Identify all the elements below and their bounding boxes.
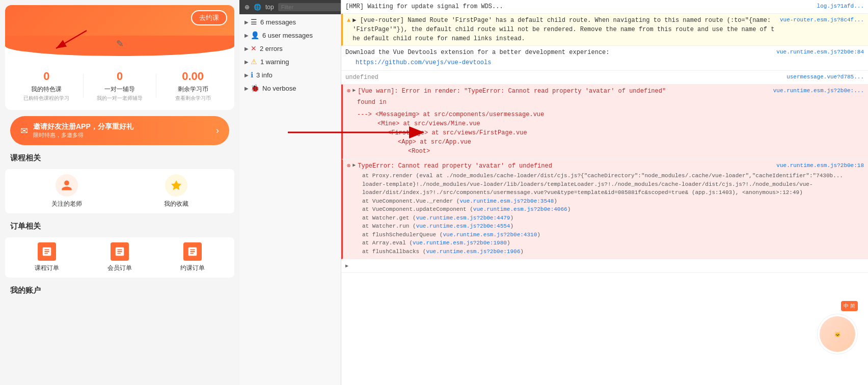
- chevron-right-icon: ›: [216, 125, 219, 136]
- course-icons-row: 关注的老师 我的收藏: [5, 169, 234, 213]
- stat-featured-courses: 0 我的特色课 已购特色课程的学习: [10, 70, 83, 102]
- devtools-link[interactable]: vue.runtime.esm.js?2b0e:84: [776, 48, 864, 57]
- coins-sublabel: 查看剩余学习币: [156, 95, 229, 102]
- flush-callbacks-link[interactable]: vue.runtime.esm.js?2b0e:1906: [426, 249, 520, 255]
- array-eval-link[interactable]: vue.runtime.esm.js?2b0e:1980: [413, 240, 507, 246]
- watcher-run-link[interactable]: vue.runtime.esm.js?2b0e:4554: [416, 223, 510, 229]
- watcher-get-link[interactable]: vue.runtime.esm.js?2b0e:4479: [416, 215, 510, 221]
- all-messages-icon: ☰: [251, 18, 257, 26]
- invite-title: 邀请好友注册APP，分享重好礼: [33, 122, 216, 131]
- coins-label: 剩余学习币: [156, 85, 229, 94]
- component-root: <Root>: [357, 147, 864, 156]
- mobile-app-panel: 去约课 ✎ 0 我的特色课 已购特色课程的学: [0, 0, 239, 385]
- component-firstpage: <FirstPage> at src/views/FirstPage.vue: [357, 128, 864, 138]
- info-label: 3 info: [256, 71, 336, 79]
- flush-scheduler-link[interactable]: vue.runtime.esm.js?2b0e:4310: [443, 232, 537, 238]
- watermark-text: 🐱: [834, 332, 840, 337]
- course-order-item[interactable]: 课程订单: [35, 242, 59, 272]
- entry-header-5: ⊗ ▶ [Vue warn]: Error in render: "TypeEr…: [347, 87, 864, 96]
- undefined-text: undefined: [345, 73, 781, 82]
- user-messages-item[interactable]: ▶ 👤 6 user messages: [239, 29, 341, 42]
- found-in-label: found in: [357, 99, 387, 106]
- bottom-expand-arrow[interactable]: ▶: [345, 263, 348, 269]
- expand-arrow-5[interactable]: ▶: [245, 72, 249, 78]
- expand-arrow[interactable]: ▶: [245, 19, 249, 25]
- tutoring-label: 一对一辅导: [84, 85, 156, 94]
- verbose-item[interactable]: ▶ 🐞 No verbose: [239, 81, 341, 95]
- tutoring-sublabel: 我的一对一老师辅导: [84, 95, 156, 102]
- all-messages-item[interactable]: ▶ ☰ 6 messages: [239, 15, 341, 29]
- favorites-label: 我的收藏: [164, 200, 188, 208]
- vue-router-text: ▶ [vue-router] Named Route 'FirstPage' h…: [352, 16, 775, 43]
- featured-course-value: 0: [10, 70, 83, 83]
- favorites-item[interactable]: 我的收藏: [164, 174, 188, 208]
- membership-order-item[interactable]: 会员订单: [107, 242, 132, 272]
- entry-header-6: ⊗ ▶ TypeError: Cannot read property 'ava…: [347, 161, 864, 171]
- info-item[interactable]: ▶ ℹ 3 info: [239, 68, 341, 81]
- warnings-item[interactable]: ▶ ⚠ 1 warning: [239, 55, 341, 68]
- expand-arrow-3[interactable]: ▶: [245, 46, 249, 51]
- app-container: 去约课 ✎ 0 我的特色课 已购特色课程的学: [0, 0, 239, 385]
- stack-line-5: at Watcher.get (vue.runtime.esm.js?2b0e:…: [362, 214, 864, 223]
- console-entry-vue-warn: ⊗ ▶ [Vue warn]: Error in render: "TypeEr…: [341, 85, 868, 159]
- vue-update-link[interactable]: vue.runtime.esm.js?2b0e:4066: [473, 206, 567, 212]
- membership-order-icon: [111, 242, 129, 261]
- appointment-button[interactable]: 去约课: [191, 10, 227, 25]
- stat-coins: 0.00 剩余学习币 查看剩余学习币: [156, 70, 229, 102]
- invite-banner[interactable]: ✉ 邀请好友注册APP，分享重好礼 限时特惠，多邀多得 ›: [10, 116, 229, 145]
- star-icon: [165, 174, 187, 197]
- mail-icon: ✉: [20, 125, 28, 136]
- errors-item[interactable]: ▶ ✕ 2 errors: [239, 42, 341, 55]
- vue-router-link[interactable]: vue-router.esm.js?8c4f...: [780, 16, 864, 24]
- expand-arrow-error-2[interactable]: ▶: [352, 161, 356, 169]
- devtools-sidebar: ⊕ 🌐 top Default levels Group similar ▶ ☰…: [239, 0, 341, 385]
- user-messages-label: 6 user messages: [262, 32, 336, 39]
- warnings-label: 1 warning: [260, 58, 336, 66]
- top-label: top: [265, 4, 274, 11]
- errors-icon: ✕: [251, 44, 257, 52]
- console-entry-undefined: undefined usermessage.vue?d785...: [341, 71, 868, 85]
- expand-arrow-4[interactable]: ▶: [245, 59, 249, 65]
- globe-icon: 🌐: [254, 4, 261, 11]
- membership-order-label: 会员订单: [107, 264, 132, 272]
- entry-header: [HMR] Waiting for update signal from WDS…: [345, 2, 864, 11]
- error-circle-icon-1: ⊗: [347, 87, 350, 96]
- stack-line-1: at Proxy.render (eval at ./node_modules/…: [362, 172, 864, 180]
- undefined-link[interactable]: usermessage.vue?d785...: [786, 73, 864, 81]
- featured-course-label: 我的特色课: [10, 85, 83, 94]
- devtools-url-link[interactable]: https://github.com/vuejs/vue-devtools: [356, 59, 491, 66]
- watermark: 🐱: [817, 314, 858, 354]
- appointment-order-item[interactable]: 约课订单: [180, 242, 205, 272]
- console-output-panel: [HMR] Waiting for update signal from WDS…: [341, 0, 868, 385]
- filter-input[interactable]: [278, 3, 341, 11]
- found-in-text: found in: [347, 96, 864, 109]
- expand-arrow-error-1[interactable]: ▶: [352, 87, 356, 94]
- warning-triangle-icon: ▲: [347, 16, 350, 25]
- vue-render-link[interactable]: vue.runtime.esm.js?2b0e:3548: [459, 198, 554, 204]
- coins-value: 0.00: [156, 70, 229, 83]
- console-entry-typeerror: ⊗ ▶ TypeError: Cannot read property 'ava…: [341, 159, 868, 259]
- language-badge: 中 简: [841, 301, 858, 311]
- console-entry-vue-router: ▲ ▶ [vue-router] Named Route 'FirstPage'…: [341, 14, 868, 46]
- vue-warn-link[interactable]: vue.runtime.esm.js?2b0e:...: [773, 87, 864, 95]
- hmr-link[interactable]: log.js?1afd...: [817, 2, 864, 11]
- info-icon: ℹ: [251, 71, 253, 79]
- stack-line-7: at flushSchedulerQueue (vue.runtime.esm.…: [362, 231, 864, 239]
- vue-warn-text: [Vue warn]: Error in render: "TypeError:…: [358, 87, 768, 96]
- typeerror-link[interactable]: vue.runtime.esm.js?2b0e:18: [776, 161, 864, 170]
- verbose-label: No verbose: [262, 85, 336, 92]
- profile-card: 去约课 ✎ 0 我的特色课 已购特色课程的学: [5, 5, 234, 110]
- devtools-text: Download the Vue Devtools extension for …: [345, 48, 771, 57]
- stack-line-4: at VueComponent.updateComponent (vue.run…: [362, 205, 864, 214]
- user-messages-icon: 👤: [251, 31, 259, 39]
- account-section-title: 我的账户: [5, 284, 234, 297]
- featured-course-sublabel: 已购特色课程的学习: [10, 95, 83, 102]
- expand-arrow-2[interactable]: ▶: [245, 33, 249, 38]
- console-entry-devtools: Download the Vue Devtools extension for …: [341, 46, 868, 71]
- edit-icon[interactable]: ✎: [116, 38, 124, 49]
- followed-teachers-item[interactable]: 关注的老师: [51, 174, 82, 208]
- teacher-icon: [56, 174, 78, 197]
- expand-arrow-6[interactable]: ▶: [245, 86, 249, 91]
- message-groups: ▶ ☰ 6 messages ▶ 👤 6 user messages ▶ ✕ 2…: [239, 14, 341, 96]
- console-entry-expand: ▶: [341, 259, 868, 273]
